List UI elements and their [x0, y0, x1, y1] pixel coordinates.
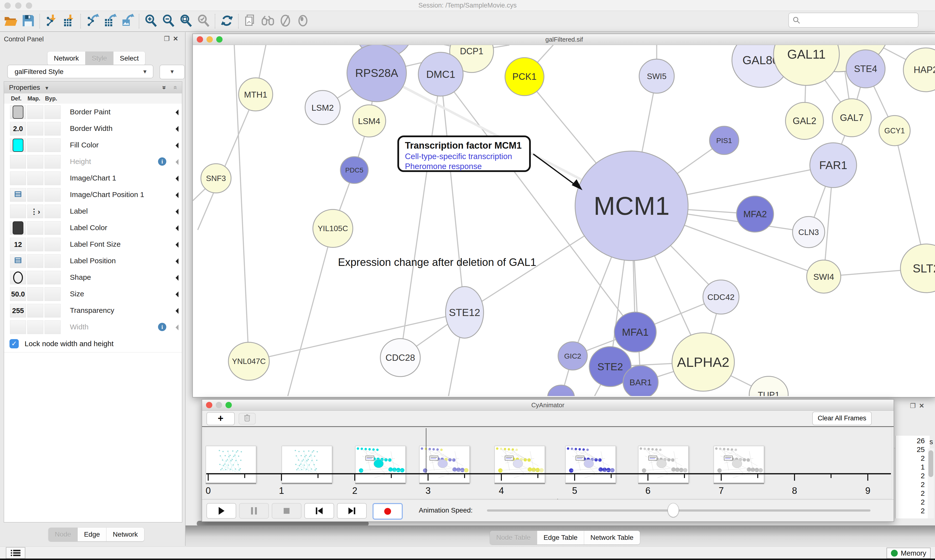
bypass-value-cell[interactable]	[45, 122, 61, 135]
export-table-button[interactable]	[101, 12, 119, 30]
close-table-panel-icon[interactable]: ✕	[919, 402, 928, 409]
node-gal2[interactable]: GAL2	[785, 102, 824, 139]
bypass-value-cell[interactable]	[45, 254, 61, 268]
node-hap2[interactable]: HAP2	[903, 48, 935, 92]
bypass-value-cell[interactable]	[45, 205, 61, 218]
mapping-value-cell[interactable]	[27, 254, 43, 268]
expand-property-icon[interactable]	[173, 159, 179, 165]
node-mcm1[interactable]: MCM1	[575, 151, 688, 260]
mapping-value-cell[interactable]	[27, 320, 43, 334]
node-ynl047c[interactable]: YNL047C	[228, 342, 269, 380]
property-row-height[interactable]: Heighti	[4, 153, 182, 170]
style-select[interactable]: galFiltered Style ▼	[7, 65, 153, 78]
tab-edge[interactable]: Edge	[78, 528, 106, 541]
node-ste12[interactable]: STE12	[446, 286, 484, 338]
tab-select[interactable]: Select	[113, 52, 145, 65]
expand-property-icon[interactable]	[173, 209, 179, 215]
default-value-cell[interactable]: 12	[10, 238, 26, 251]
frame-thumbnail-6[interactable]	[638, 446, 688, 483]
mapping-value-cell[interactable]: ⋮›	[27, 205, 43, 218]
table-cell-ity[interactable]: 2	[896, 454, 925, 462]
network-canvas[interactable]: DCP1RPS28ADMC1PCK1SWI5GAL80GAL11STE4HAP2…	[193, 45, 935, 396]
properties-header[interactable]: Properties ▼ » «	[4, 82, 182, 94]
expand-property-icon[interactable]	[173, 225, 179, 231]
zoom-cyanimator-icon[interactable]	[225, 402, 232, 408]
export-network-button[interactable]	[84, 12, 101, 30]
bypass-value-cell[interactable]	[45, 271, 61, 285]
bypass-value-cell[interactable]	[45, 221, 61, 235]
save-session-button[interactable]	[20, 12, 37, 30]
property-row-fill-color[interactable]: Fill Color	[4, 137, 182, 154]
annotation-link-1[interactable]: Cell-type-specific transcription	[405, 151, 529, 161]
node-pck1[interactable]: PCK1	[505, 58, 544, 95]
default-value-cell[interactable]	[10, 188, 26, 202]
tab-style[interactable]: Style	[85, 52, 113, 65]
expand-property-icon[interactable]	[173, 242, 179, 248]
float-panel-icon[interactable]: ❐	[164, 35, 173, 42]
node-mfa1[interactable]: MFA1	[614, 312, 656, 352]
expand-all-icon[interactable]: »	[159, 86, 170, 89]
zoom-window-icon[interactable]	[26, 2, 32, 9]
property-row-border-width[interactable]: 2.0Border Width	[4, 120, 182, 137]
open-session-button[interactable]	[2, 12, 20, 30]
expand-property-icon[interactable]	[173, 192, 179, 198]
skip-to-end-button[interactable]	[337, 503, 367, 518]
table-cell-ity[interactable]: 2	[896, 498, 925, 506]
node-gic2[interactable]: GIC2	[558, 342, 587, 370]
bypass-value-cell[interactable]	[45, 105, 61, 119]
export-image-button[interactable]	[119, 12, 136, 30]
table-cell-ity[interactable]: 1	[896, 463, 925, 471]
mapping-value-cell[interactable]	[27, 138, 43, 152]
property-row-label[interactable]: ⋮›Label	[4, 203, 182, 220]
node-alpha2[interactable]: ALPHA2	[672, 333, 734, 391]
property-row-label-position[interactable]: Label Position	[4, 252, 182, 269]
add-frame-button[interactable]: +	[207, 412, 235, 425]
bypass-value-cell[interactable]	[45, 188, 61, 202]
network-window-titlebar[interactable]: galFiltered.sif	[193, 34, 935, 45]
expand-property-icon[interactable]	[173, 291, 179, 297]
bypass-value-cell[interactable]	[45, 287, 61, 301]
node-cln3[interactable]: CLN3	[793, 217, 825, 248]
tab-node[interactable]: Node	[48, 528, 78, 541]
node-snf3[interactable]: SNF3	[201, 164, 231, 193]
table-cell-ity[interactable]: 2	[896, 489, 925, 497]
animation-speed-thumb[interactable]	[668, 503, 679, 517]
property-row-image-chart-1[interactable]: Image/Chart 1	[4, 170, 182, 186]
bypass-value-cell[interactable]	[45, 155, 61, 169]
expand-property-icon[interactable]	[173, 143, 179, 148]
hide-selected-button[interactable]	[276, 12, 294, 30]
property-row-transparency[interactable]: 255Transparency	[4, 302, 182, 319]
zoom-network-icon[interactable]	[216, 36, 222, 43]
annotation-box[interactable]: Transcription factor MCM1 Cell-type-spec…	[397, 135, 531, 172]
mapping-value-cell[interactable]	[27, 238, 43, 251]
zoom-selected-button[interactable]	[195, 12, 212, 30]
search-network-button[interactable]	[259, 12, 276, 30]
frame-thumbnail-3[interactable]	[419, 446, 470, 483]
node-ste4[interactable]: STE4	[846, 50, 885, 88]
property-row-shape[interactable]: Shape	[4, 269, 182, 286]
minimize-cyanimator-icon[interactable]	[216, 402, 222, 408]
node-lsm2[interactable]: LSM2	[305, 91, 340, 125]
mapping-value-cell[interactable]	[27, 287, 43, 301]
node-mth1[interactable]: MTH1	[239, 78, 273, 111]
node-mfa2[interactable]: MFA2	[736, 196, 774, 232]
default-value-cell[interactable]	[10, 155, 26, 169]
expand-property-icon[interactable]	[173, 308, 179, 314]
default-value-cell[interactable]	[10, 105, 26, 119]
node-gal11[interactable]: GAL11	[774, 45, 839, 85]
minimize-window-icon[interactable]	[15, 2, 22, 9]
mapping-value-cell[interactable]	[27, 271, 43, 285]
table-cell-ity[interactable]: 26	[896, 437, 925, 445]
property-row-image-chart-position-1[interactable]: Image/Chart Position 1	[4, 186, 182, 203]
tab-network[interactable]: Network	[106, 528, 144, 541]
bypass-value-cell[interactable]	[45, 320, 61, 334]
default-value-cell[interactable]	[10, 320, 26, 334]
table-cell-ity[interactable]: 25	[896, 445, 925, 454]
default-value-cell[interactable]	[10, 254, 26, 268]
task-history-button[interactable]	[6, 547, 25, 559]
mapping-value-cell[interactable]	[27, 171, 43, 185]
table-scrollbar-thumb[interactable]	[929, 450, 933, 477]
close-cyanimator-icon[interactable]	[206, 402, 212, 408]
node-pis1[interactable]: PIS1	[710, 126, 739, 154]
frame-thumbnail-1[interactable]	[282, 446, 332, 483]
